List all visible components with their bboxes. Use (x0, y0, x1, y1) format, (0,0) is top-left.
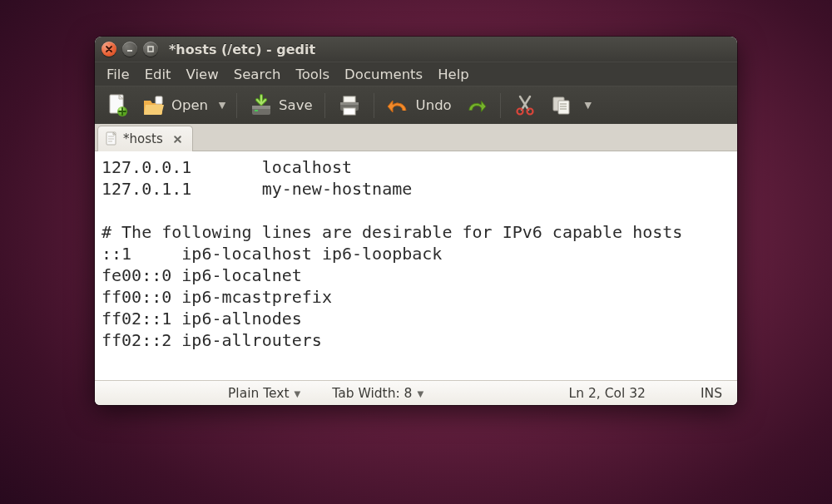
minimize-icon (126, 45, 134, 53)
close-icon (105, 45, 113, 53)
save-button[interactable]: Save (244, 88, 318, 123)
svg-point-13 (517, 108, 522, 114)
svg-rect-8 (255, 110, 258, 111)
svg-rect-16 (558, 101, 569, 114)
redo-button[interactable] (458, 88, 493, 123)
statusbar: Plain Text ▼ Tab Width: 8 ▼ Ln 2, Col 32… (95, 380, 737, 405)
insert-mode[interactable]: INS (694, 386, 729, 401)
svg-rect-12 (344, 108, 355, 115)
menu-help[interactable]: Help (431, 64, 476, 85)
insert-mode-label: INS (701, 386, 722, 401)
toolbar-overflow[interactable]: ▼ (581, 88, 596, 123)
copy-icon (549, 93, 574, 118)
tab-close-button[interactable] (171, 133, 184, 146)
separator (236, 93, 237, 118)
minimize-button[interactable] (122, 42, 137, 57)
syntax-mode-selector[interactable]: Plain Text ▼ (221, 386, 307, 401)
undo-label: Undo (416, 97, 452, 113)
separator (324, 93, 325, 118)
maximize-button[interactable] (143, 42, 158, 57)
menu-documents[interactable]: Documents (338, 64, 429, 85)
syntax-mode-label: Plain Text (228, 386, 290, 401)
document-tab[interactable]: *hosts (97, 126, 193, 151)
tabbar: *hosts (95, 124, 737, 151)
cut-icon (513, 93, 537, 118)
new-document-button[interactable] (100, 88, 135, 123)
cut-button[interactable] (508, 88, 542, 123)
chevron-down-icon: ▼ (417, 389, 423, 398)
window-title: *hosts (/etc) - gedit (169, 42, 315, 57)
separator (374, 93, 374, 118)
close-icon (173, 135, 182, 144)
open-icon (141, 93, 166, 118)
svg-rect-5 (156, 96, 162, 104)
svg-rect-11 (340, 102, 359, 105)
save-label: Save (279, 97, 313, 113)
svg-rect-0 (127, 50, 132, 52)
open-button[interactable]: Open (136, 88, 213, 123)
tab-width-selector[interactable]: Tab Width: 8 ▼ (325, 386, 430, 401)
close-button[interactable] (102, 42, 116, 57)
open-dropdown[interactable]: ▼ (215, 88, 230, 123)
gedit-window: *hosts (/etc) - gedit File Edit View Sea… (95, 37, 737, 405)
chevron-down-icon: ▼ (584, 100, 591, 111)
print-icon (337, 93, 362, 118)
toolbar: Open ▼ Save (95, 86, 737, 124)
cursor-position-label: Ln 2, Col 32 (569, 386, 646, 401)
menu-edit[interactable]: Edit (138, 64, 178, 85)
cursor-position: Ln 2, Col 32 (562, 386, 652, 401)
chevron-down-icon: ▼ (219, 100, 225, 111)
menubar: File Edit View Search Tools Documents He… (95, 62, 737, 86)
svg-rect-9 (344, 96, 355, 102)
new-document-icon (105, 93, 130, 118)
titlebar: *hosts (/etc) - gedit (95, 37, 737, 62)
tab-label: *hosts (123, 131, 163, 146)
copy-button[interactable] (544, 88, 579, 123)
document-icon (105, 131, 118, 146)
menu-file[interactable]: File (100, 64, 136, 85)
svg-point-14 (527, 108, 532, 114)
chevron-down-icon: ▼ (295, 389, 301, 398)
svg-rect-1 (148, 47, 153, 52)
menu-tools[interactable]: Tools (289, 64, 336, 85)
menu-search[interactable]: Search (227, 64, 288, 85)
maximize-icon (146, 45, 155, 53)
svg-rect-7 (252, 106, 270, 109)
print-button[interactable] (332, 88, 367, 123)
undo-button[interactable]: Undo (381, 88, 457, 123)
separator (500, 93, 501, 118)
menu-view[interactable]: View (180, 64, 225, 85)
tab-width-label: Tab Width: 8 (332, 386, 412, 401)
editor-area[interactable]: 127.0.0.1 localhost 127.0.1.1 my-new-hos… (95, 151, 737, 380)
open-label: Open (171, 97, 208, 113)
undo-icon (386, 93, 411, 118)
save-icon (249, 93, 274, 118)
redo-icon (463, 93, 488, 118)
